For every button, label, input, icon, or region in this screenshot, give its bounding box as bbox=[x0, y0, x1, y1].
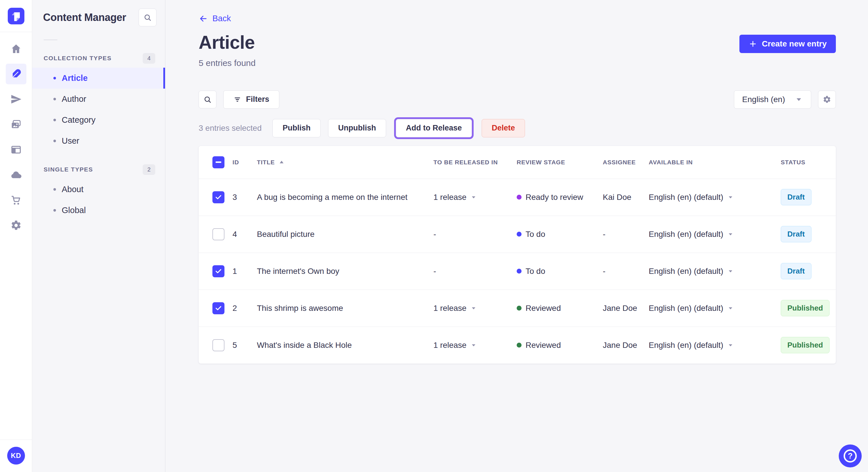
check-icon bbox=[215, 194, 222, 201]
column-header-status[interactable]: STATUS bbox=[778, 159, 836, 166]
column-header-title[interactable]: TITLE bbox=[255, 159, 431, 166]
nav-settings-button[interactable] bbox=[6, 215, 26, 236]
view-settings-button[interactable] bbox=[818, 91, 836, 108]
cell-title[interactable]: A bug is becoming a meme on the internet bbox=[255, 193, 431, 202]
minus-icon bbox=[216, 162, 221, 163]
cell-id: 3 bbox=[230, 193, 255, 202]
subnav-section-count: 4 bbox=[143, 53, 155, 64]
cell-status: Published bbox=[778, 300, 836, 316]
publish-button[interactable]: Publish bbox=[272, 119, 321, 137]
cell-release[interactable]: 1 release bbox=[431, 341, 515, 350]
row-checkbox[interactable] bbox=[212, 302, 224, 314]
cloud-icon bbox=[10, 169, 22, 181]
subnav-item-category[interactable]: Category bbox=[32, 109, 165, 131]
cell-id: 5 bbox=[230, 341, 255, 350]
cell-assignee: Jane Doe bbox=[600, 304, 646, 313]
subnav-item-article[interactable]: Article bbox=[32, 68, 165, 89]
chevron-down-icon[interactable] bbox=[727, 231, 734, 237]
table-row: 5 What's inside a Black Hole 1 release R… bbox=[198, 327, 836, 364]
filters-button[interactable]: Filters bbox=[223, 90, 279, 109]
cell-status: Published bbox=[778, 337, 836, 353]
bullet-icon bbox=[53, 209, 56, 212]
cell-assignee: - bbox=[600, 230, 646, 239]
back-link[interactable]: Back bbox=[198, 14, 231, 23]
cell-release[interactable]: 1 release bbox=[431, 193, 515, 202]
status-badge: Draft bbox=[781, 226, 811, 242]
subnav-section-head: SINGLE TYPES 2 bbox=[41, 162, 156, 177]
filter-icon bbox=[234, 96, 241, 103]
column-header-available-in[interactable]: AVAILABLE IN bbox=[646, 159, 778, 166]
status-badge: Draft bbox=[781, 263, 811, 279]
row-checkbox[interactable] bbox=[212, 265, 224, 277]
chevron-down-icon[interactable] bbox=[727, 194, 734, 200]
bullet-icon bbox=[53, 98, 56, 100]
cell-title[interactable]: This shrimp is awesome bbox=[255, 304, 431, 313]
subnav-title: Content Manager bbox=[43, 11, 126, 24]
cell-review-stage: Reviewed bbox=[515, 304, 600, 313]
column-header-release[interactable]: TO BE RELEASED IN bbox=[431, 159, 515, 166]
search-button[interactable] bbox=[198, 91, 216, 108]
locale-select[interactable]: English (en) bbox=[734, 90, 811, 109]
chevron-down-icon[interactable] bbox=[727, 268, 734, 274]
cell-title[interactable]: Beautiful picture bbox=[255, 230, 431, 239]
row-checkbox[interactable] bbox=[212, 191, 224, 203]
chevron-down-icon[interactable] bbox=[727, 305, 734, 311]
row-checkbox[interactable] bbox=[212, 339, 224, 351]
help-button[interactable]: ? bbox=[839, 444, 862, 467]
nav-layout-button[interactable] bbox=[6, 139, 26, 160]
sort-asc-icon bbox=[278, 159, 285, 166]
entries-table: ID TITLE TO BE RELEASED IN REVIEW STAGE … bbox=[198, 146, 836, 364]
subnav-item-label: Global bbox=[62, 206, 86, 215]
nav-marketplace-button[interactable] bbox=[6, 190, 26, 210]
subnav-item-user[interactable]: User bbox=[32, 131, 165, 151]
gear-icon bbox=[823, 95, 831, 104]
cell-id: 1 bbox=[230, 267, 255, 276]
entries-count: 5 entries found bbox=[198, 58, 255, 68]
cell-id: 2 bbox=[230, 304, 255, 313]
user-avatar[interactable]: KD bbox=[7, 447, 25, 465]
question-icon: ? bbox=[844, 449, 857, 463]
column-header-id[interactable]: ID bbox=[230, 159, 255, 166]
select-all-checkbox[interactable] bbox=[212, 156, 224, 168]
send-icon bbox=[10, 94, 22, 105]
cell-available-in[interactable]: English (en) (default) bbox=[646, 267, 778, 276]
subnav-search-button[interactable] bbox=[138, 9, 156, 26]
chevron-down-icon[interactable] bbox=[727, 342, 734, 348]
stage-dot-icon bbox=[517, 232, 522, 237]
row-checkbox[interactable] bbox=[212, 228, 224, 240]
back-label: Back bbox=[212, 14, 231, 23]
delete-button[interactable]: Delete bbox=[482, 119, 525, 137]
arrow-left-icon bbox=[198, 14, 208, 23]
chevron-down-icon[interactable] bbox=[470, 342, 477, 348]
cell-available-in[interactable]: English (en) (default) bbox=[646, 193, 778, 202]
subnav-item-about[interactable]: About bbox=[32, 179, 165, 200]
unpublish-button[interactable]: Unpublish bbox=[328, 119, 386, 137]
nav-home-button[interactable] bbox=[6, 38, 26, 59]
cell-available-in[interactable]: English (en) (default) bbox=[646, 230, 778, 239]
cell-title[interactable]: The internet's Own boy bbox=[255, 267, 431, 276]
nav-deploy-button[interactable] bbox=[6, 165, 26, 185]
column-header-review-stage[interactable]: REVIEW STAGE bbox=[515, 159, 600, 166]
table-row: 1 The internet's Own boy - To do - Engli… bbox=[198, 252, 836, 290]
column-header-assignee[interactable]: ASSIGNEE bbox=[600, 159, 646, 166]
add-to-release-button[interactable]: Add to Release bbox=[396, 119, 472, 137]
rail-bottom: KD bbox=[0, 440, 32, 472]
subnav-item-global[interactable]: Global bbox=[32, 200, 165, 221]
cell-available-in[interactable]: English (en) (default) bbox=[646, 341, 778, 350]
layout-icon bbox=[10, 144, 22, 156]
cell-release[interactable]: 1 release bbox=[431, 304, 515, 313]
strapi-logo[interactable] bbox=[8, 8, 24, 24]
feather-icon bbox=[10, 68, 22, 80]
cell-title[interactable]: What's inside a Black Hole bbox=[255, 341, 431, 350]
nav-releases-button[interactable] bbox=[6, 89, 26, 109]
cell-available-in[interactable]: English (en) (default) bbox=[646, 304, 778, 313]
nav-media-library-button[interactable] bbox=[6, 114, 26, 135]
chevron-down-icon[interactable] bbox=[470, 305, 477, 311]
gear-icon bbox=[10, 220, 22, 231]
create-entry-button[interactable]: Create new entry bbox=[739, 35, 836, 53]
nav-content-manager-button[interactable] bbox=[6, 64, 26, 84]
subnav-divider bbox=[43, 40, 57, 40]
subnav-section-label: SINGLE TYPES bbox=[43, 166, 93, 173]
chevron-down-icon[interactable] bbox=[470, 194, 477, 200]
subnav-item-author[interactable]: Author bbox=[32, 89, 165, 109]
